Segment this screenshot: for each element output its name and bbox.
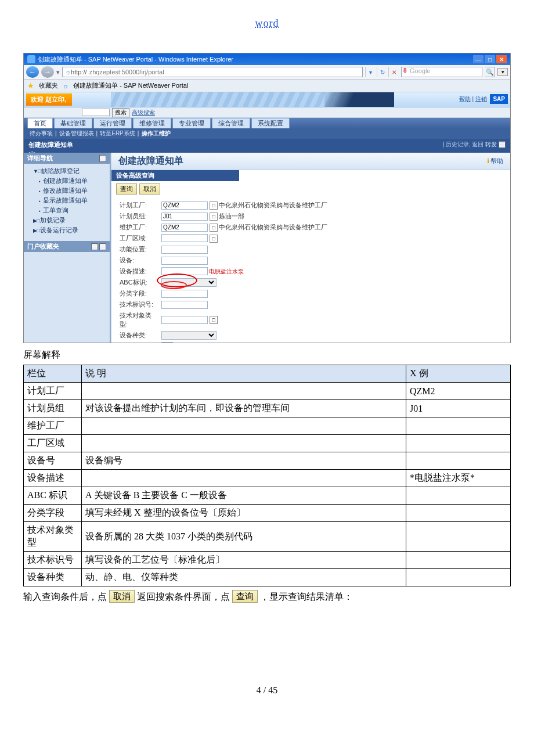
help-link[interactable]: 帮助 bbox=[459, 96, 471, 102]
table-header: 栏位 bbox=[24, 365, 82, 383]
fav-action-1[interactable]: ⋯ bbox=[91, 243, 98, 250]
logout-link[interactable]: 注销 bbox=[475, 96, 487, 102]
section-subtitle: 设备高级查询 bbox=[111, 170, 239, 181]
picker-button-1[interactable]: □ bbox=[210, 213, 218, 221]
tree-item-1[interactable]: 修改故障通知单 bbox=[27, 186, 106, 196]
forward-button[interactable]: → bbox=[41, 66, 54, 78]
main-title-text: 创建故障通知单 bbox=[118, 155, 183, 167]
form-select-11[interactable] bbox=[161, 331, 217, 340]
main-tab-1[interactable]: 基础管理 bbox=[54, 118, 92, 128]
tree-col-1[interactable]: 加载记录 bbox=[27, 215, 106, 225]
tree-item-2[interactable]: 显示故障通知单 bbox=[27, 196, 106, 206]
table-cell: 填写未经规 X 整理的设备位号〔原始〕 bbox=[82, 505, 406, 522]
form-input-5[interactable] bbox=[161, 257, 208, 265]
query-button[interactable]: 查询 bbox=[116, 183, 137, 195]
table-cell: 填写设备的工艺位号〔标准化后〕 bbox=[82, 552, 406, 569]
url-dropdown[interactable]: ▾ bbox=[365, 67, 376, 77]
button-row: 查询 取消 bbox=[111, 181, 510, 197]
close-button[interactable]: ✕ bbox=[496, 55, 507, 63]
browser-window: 创建故障通知单 - SAP NetWeaver Portal - Windows… bbox=[23, 53, 511, 343]
picker-button-0[interactable]: □ bbox=[210, 201, 218, 210]
explanation-table: 栏位说 明X 例计划工厂QZM2计划员组对该设备提出维护计划的车间，即设备的管理… bbox=[23, 365, 511, 586]
main-tab-3[interactable]: 维修管理 bbox=[133, 118, 171, 128]
ie-favorites-bar: ★ 收藏夹 ☼ 创建故障通知单 - SAP NetWeaver Portal bbox=[24, 80, 510, 92]
form-input-3[interactable] bbox=[161, 234, 208, 242]
address-bar[interactable]: ☼ http:// zhqzeptest:50000/irj/portal bbox=[62, 67, 363, 77]
form-select-12[interactable] bbox=[161, 342, 173, 343]
search-box[interactable]: Google bbox=[401, 67, 482, 77]
form-label-11: 设备种类: bbox=[117, 330, 158, 340]
form-input-4[interactable] bbox=[161, 246, 208, 254]
main-tab-5[interactable]: 综合管理 bbox=[212, 118, 250, 128]
refresh-button[interactable]: ↻ bbox=[377, 67, 387, 77]
table-cell: 设备种类 bbox=[24, 569, 82, 586]
form-input-6[interactable] bbox=[161, 267, 208, 275]
subnav-item[interactable]: 待办事项 bbox=[30, 130, 53, 136]
tree-root[interactable]: 缺陷故障登记 bbox=[27, 166, 106, 176]
stop-button[interactable]: ✕ bbox=[388, 67, 399, 77]
back-link[interactable]: 返回 bbox=[472, 141, 484, 147]
back-button[interactable]: ← bbox=[26, 66, 39, 78]
subnav-item[interactable]: 转至ERP系统 bbox=[100, 130, 135, 136]
form-input-0[interactable] bbox=[161, 201, 208, 210]
portal-search-input[interactable] bbox=[82, 109, 110, 116]
form-input-1[interactable] bbox=[161, 213, 208, 221]
cancel-button[interactable]: 取消 bbox=[139, 183, 160, 195]
dropdown-icon[interactable]: ▾ bbox=[56, 69, 60, 76]
table-cell: 对该设备提出维护计划的车间，即设备的管理车间 bbox=[82, 400, 406, 417]
form-select-7[interactable] bbox=[161, 278, 217, 287]
table-cell: 动、静、电、仪等种类 bbox=[82, 569, 406, 586]
table-cell: 分类字段 bbox=[24, 505, 82, 522]
main-tab-0[interactable]: 首页 bbox=[27, 118, 53, 128]
main-tab-4[interactable]: 专业管理 bbox=[172, 118, 211, 128]
forward-label: 转发 bbox=[485, 141, 497, 147]
table-cell bbox=[82, 435, 406, 452]
table-cell: 设备编号 bbox=[82, 452, 406, 470]
tree-item-0[interactable]: 创建故障通知单 bbox=[27, 176, 106, 186]
main-tab-2[interactable]: 运行管理 bbox=[93, 118, 132, 128]
tab-title[interactable]: 创建故障通知单 - SAP NetWeaver Portal bbox=[73, 81, 188, 90]
sidebar-favorites: 门户收藏夹 ⋯ □ bbox=[24, 241, 110, 252]
star-icon[interactable]: ★ bbox=[27, 81, 34, 90]
table-header: 说 明 bbox=[82, 365, 406, 383]
table-cell: ABC 标识 bbox=[24, 487, 82, 505]
tree-item-3[interactable]: 工单查询 bbox=[27, 206, 106, 215]
welcome-banner: 欢迎 赵立印, bbox=[26, 93, 72, 106]
main-tab-6[interactable]: 系统配置 bbox=[251, 118, 290, 128]
minimize-button[interactable]: — bbox=[473, 55, 484, 63]
form-desc-2: 中化泉州石化物资采购与设备维护工厂 bbox=[219, 223, 327, 232]
form-input-2[interactable] bbox=[161, 224, 208, 232]
picker-button-2[interactable]: □ bbox=[210, 224, 218, 232]
titlebar-menu-icon[interactable]: ☰ bbox=[499, 141, 506, 148]
word-link[interactable]: word bbox=[255, 17, 279, 29]
table-cell: J01 bbox=[406, 400, 511, 417]
form-label-9: 技术标识号: bbox=[117, 300, 158, 309]
subnav-item[interactable]: 设备管理报表 bbox=[59, 130, 94, 136]
instruction-paragraph: 输入查询条件后，点 取消 返回搜索条件界面，点 查询 ，显示查询结果清单： bbox=[23, 590, 511, 604]
history-link[interactable]: 历史记录, bbox=[446, 141, 471, 147]
subnav-active[interactable]: 操作工维护 bbox=[142, 130, 171, 136]
form-table: 计划工厂: □中化泉州石化物资采购与设备维护工厂计划员组: □炼油一部维护工厂:… bbox=[116, 199, 331, 343]
picker-button-10[interactable]: □ bbox=[210, 316, 218, 324]
table-cell bbox=[82, 470, 406, 487]
table-cell: 技术对象类型 bbox=[24, 522, 82, 552]
table-cell: *电脱盐注水泵* bbox=[406, 470, 511, 487]
maximize-button[interactable]: □ bbox=[485, 55, 495, 63]
portal-search-button[interactable]: 搜索 bbox=[112, 108, 129, 117]
table-cell: A 关键设备 B 主要设备 C 一般设备 bbox=[82, 487, 406, 505]
table-cell bbox=[82, 417, 406, 435]
search-go-button[interactable]: 🔍 bbox=[485, 67, 495, 77]
fav-action-2[interactable]: □ bbox=[99, 243, 106, 250]
form-input-9[interactable] bbox=[161, 301, 208, 309]
main-help-link[interactable]: 帮助 bbox=[487, 157, 503, 165]
collapse-nav-button[interactable]: — bbox=[99, 155, 106, 162]
tree-col-2[interactable]: 设备运行记录 bbox=[27, 225, 106, 235]
search-dropdown[interactable]: ▾ bbox=[497, 68, 508, 76]
advanced-search-link[interactable]: 高级搜索 bbox=[132, 109, 155, 117]
nav-tree: 缺陷故障登记 创建故障通知单修改故障通知单显示故障通知单工单查询 加载记录 设备… bbox=[24, 164, 110, 237]
table-cell: 计划工厂 bbox=[24, 383, 82, 400]
picker-button-3[interactable]: □ bbox=[210, 235, 218, 243]
explanation-caption: 屏幕解释 bbox=[23, 349, 511, 361]
form-input-10[interactable] bbox=[161, 316, 208, 324]
form-input-8[interactable] bbox=[161, 290, 208, 298]
